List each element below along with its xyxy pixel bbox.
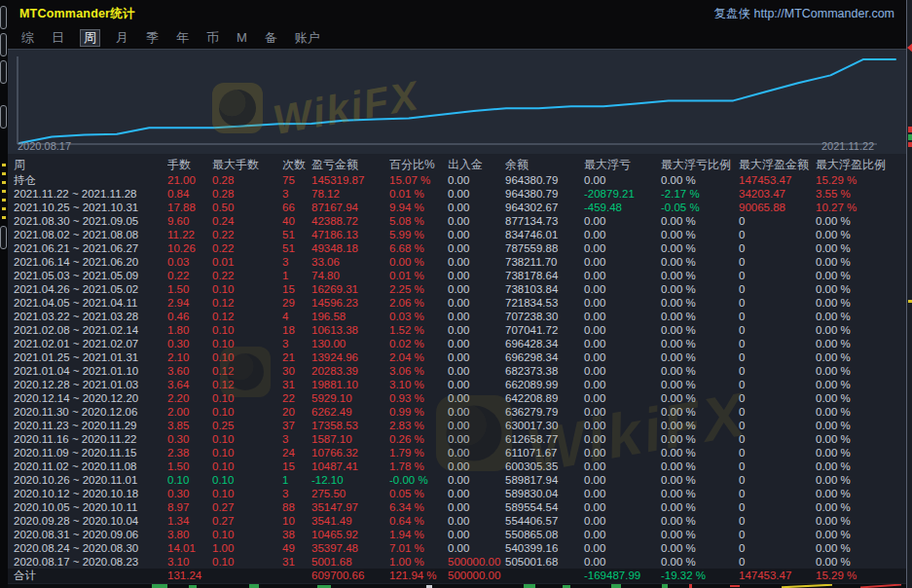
cell: 0.00 <box>448 446 505 459</box>
menu-item-7[interactable]: 币 <box>204 30 221 46</box>
cell: 2.04 % <box>389 350 448 364</box>
column-header[interactable]: 余额 <box>505 156 584 173</box>
menu-item-2[interactable]: 日 <box>50 30 66 46</box>
table-row[interactable]: 2020.11.09 ~ 2020.11.152.380.102410766.3… <box>8 446 906 459</box>
column-header[interactable]: 最大浮盈比例 <box>816 156 899 173</box>
table-row[interactable]: 2021.10.25 ~ 2021.10.3117.880.506687167.… <box>8 201 906 214</box>
table-row[interactable]: 2021.04.05 ~ 2021.04.112.940.122914596.2… <box>8 296 906 310</box>
cell: 0.00 % <box>816 378 899 391</box>
table-row[interactable]: 2020.11.02 ~ 2020.11.081.500.101510487.4… <box>8 459 906 473</box>
menu-item-9[interactable]: 备 <box>263 30 279 46</box>
cell: 147453.47 <box>739 173 816 187</box>
cell: 0.00 % <box>816 487 899 500</box>
cell: 682373.38 <box>505 364 584 378</box>
menu-item-3[interactable]: 周 <box>80 29 100 47</box>
total-row[interactable]: 合计131.24609700.66121.94 %500000.00-16948… <box>8 569 906 583</box>
background-trendline-fragment <box>782 584 832 588</box>
table-row[interactable]: 2021.08.30 ~ 2021.09.059.600.244042388.7… <box>8 214 906 228</box>
table-row[interactable]: 2020.10.12 ~ 2020.10.180.300.103275.500.… <box>8 487 906 500</box>
table-row[interactable]: 2021.05.03 ~ 2021.05.090.220.22174.800.0… <box>8 269 906 282</box>
table-row[interactable]: 2020.08.24 ~ 2020.08.3014.011.004935397.… <box>8 541 906 555</box>
background-candle-fragment <box>2 181 6 184</box>
table-row[interactable]: 2021.06.21 ~ 2021.06.2710.260.225149348.… <box>8 241 906 255</box>
table-row[interactable]: 2021.03.22 ~ 2021.03.280.460.124196.580.… <box>8 310 906 323</box>
menu-item-8[interactable]: M <box>235 30 249 46</box>
table-row[interactable]: 持仓21.000.2875145319.8715.07 %0.00964380.… <box>8 173 906 187</box>
table-row[interactable]: 2020.11.16 ~ 2020.11.220.300.1031587.100… <box>8 432 906 446</box>
column-header[interactable]: 盈亏金额 <box>311 156 389 173</box>
column-header[interactable]: 手数 <box>167 156 212 173</box>
cell: 0.00 % <box>661 555 739 569</box>
table-row[interactable]: 2020.11.30 ~ 2020.12.062.000.10206262.49… <box>8 405 906 419</box>
table-row[interactable]: 2021.01.04 ~ 2021.01.103.600.123020283.3… <box>8 364 906 378</box>
cell: 3.80 <box>167 528 212 541</box>
column-header[interactable]: 次数 <box>282 156 311 173</box>
menu-item-5[interactable]: 季 <box>144 30 161 46</box>
equity-chart-panel[interactable]: WikiFX 2020.08.17 2021.11.22 <box>8 49 906 154</box>
table-row[interactable]: 2021.02.01 ~ 2021.02.070.300.103130.000.… <box>8 337 906 350</box>
column-header[interactable]: 周 <box>14 156 167 173</box>
table-row[interactable]: 2020.12.28 ~ 2021.01.033.640.123119881.1… <box>8 378 906 391</box>
cell: 0.12 <box>212 364 282 378</box>
menu-item-4[interactable]: 月 <box>114 30 130 46</box>
cell: 0 <box>739 391 816 405</box>
table-row[interactable]: 2020.10.26 ~ 2020.11.010.100.101-12.10-0… <box>8 473 906 487</box>
cell: 1.00 % <box>389 555 448 569</box>
cell: 38 <box>282 528 311 541</box>
cell: 0.00 <box>584 269 661 282</box>
cell: 66 <box>282 201 311 214</box>
cell: -459.48 <box>584 201 661 214</box>
cell: 721834.53 <box>505 296 584 310</box>
column-header[interactable]: 最大手数 <box>212 156 282 173</box>
cell: 0.00 <box>448 228 505 241</box>
cell: 0.10 <box>212 432 282 446</box>
menu-item-6[interactable]: 年 <box>174 30 191 46</box>
column-header[interactable]: 出入金 <box>448 156 505 173</box>
table-row[interactable]: 2021.11.22 ~ 2021.11.280.840.28378.120.0… <box>8 187 906 201</box>
cell: 3.60 <box>167 364 212 378</box>
background-candle-fragment <box>908 127 912 132</box>
column-header[interactable]: 最大浮盈金额 <box>739 156 816 173</box>
brand-link[interactable]: 复盘侠 http://MTCommander.com <box>714 6 894 22</box>
cell: 0.01 % <box>389 187 448 201</box>
table-row[interactable]: 2020.11.23 ~ 2020.11.293.850.253717358.5… <box>8 419 906 432</box>
cell: 0.00 % <box>816 555 899 569</box>
table-row[interactable]: 2020.08.17 ~ 2020.08.233.100.10315001.68… <box>8 555 906 569</box>
cell: 1.34 <box>167 514 212 528</box>
cell: 31 <box>282 378 311 391</box>
column-header[interactable]: 百分比% <box>389 156 448 173</box>
table-row[interactable]: 2020.09.28 ~ 2020.10.041.340.27103541.49… <box>8 514 906 528</box>
table-row[interactable]: 2020.08.31 ~ 2020.09.063.800.103810465.9… <box>8 528 906 541</box>
table-row[interactable]: 2021.04.26 ~ 2021.05.021.500.101516269.3… <box>8 282 906 296</box>
menu-item-10[interactable]: 账户 <box>293 30 322 46</box>
cell: 75 <box>282 173 311 187</box>
cell: 2020.11.02 ~ 2020.11.08 <box>14 459 167 473</box>
cell: 3 <box>282 487 311 500</box>
cell: 130.00 <box>311 337 389 350</box>
cell: 5001.68 <box>311 555 389 569</box>
cell: 0.00 % <box>661 500 739 514</box>
cell: 6.34 % <box>389 500 448 514</box>
table-row[interactable]: 2020.10.05 ~ 2020.10.118.970.278835147.9… <box>8 500 906 514</box>
cell: 0.28 <box>212 173 282 187</box>
table-row[interactable]: 2021.02.08 ~ 2021.02.141.800.101810613.3… <box>8 323 906 337</box>
title-bar[interactable]: MTCommander统计 复盘侠 http://MTCommander.com <box>8 0 906 27</box>
cell: 10.27 % <box>816 201 899 214</box>
cell: 0.00 <box>448 350 505 364</box>
column-header[interactable]: 最大浮亏 <box>584 156 661 173</box>
cell: 0 <box>739 296 816 310</box>
cell: 15.07 % <box>389 173 448 187</box>
cell: 0 <box>739 337 816 350</box>
cell: 0.00 <box>448 323 505 337</box>
table-row[interactable]: 2021.06.14 ~ 2021.06.200.030.01333.060.0… <box>8 255 906 269</box>
cell: 51 <box>282 241 311 255</box>
table-row[interactable]: 2021.08.02 ~ 2021.08.0811.220.225147186.… <box>8 228 906 241</box>
column-header[interactable]: 最大浮亏比例 <box>661 156 739 173</box>
background-window-bottom-sliver <box>8 584 906 588</box>
cell: 2021.08.02 ~ 2021.08.08 <box>14 228 167 241</box>
table-row[interactable]: 2021.01.25 ~ 2021.01.312.100.102113924.9… <box>8 350 906 364</box>
cell: 5.08 % <box>389 214 448 228</box>
menu-item-1[interactable]: 综 <box>19 30 36 46</box>
table-row[interactable]: 2020.12.14 ~ 2020.12.202.200.10225929.10… <box>8 391 906 405</box>
background-toolbar-button <box>0 226 7 249</box>
